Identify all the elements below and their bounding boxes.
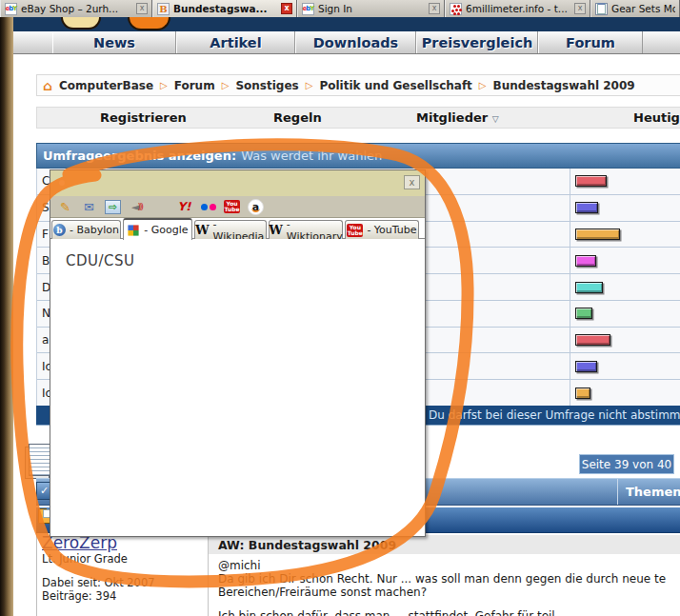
browser-tab-bundestagswahl[interactable]: B Bundestagswa... x bbox=[152, 0, 297, 17]
themen-options-label[interactable]: Themen-O bbox=[626, 485, 680, 499]
subnav-mitglieder[interactable]: Mitglieder ▽ bbox=[416, 110, 499, 125]
column-divider bbox=[570, 248, 570, 273]
poll-option-label: F bbox=[42, 228, 49, 241]
subnav-heutige[interactable]: Heutige bbox=[633, 110, 680, 125]
chevron-down-icon: ▽ bbox=[492, 114, 499, 124]
logo-fragment bbox=[128, 17, 170, 30]
tab-google[interactable]: - Google bbox=[123, 218, 192, 240]
close-icon[interactable]: x bbox=[429, 3, 440, 14]
column-divider bbox=[570, 222, 570, 248]
breadcrumb-item-forum[interactable]: Forum bbox=[174, 79, 215, 92]
google-icon[interactable] bbox=[152, 199, 169, 214]
column-divider bbox=[570, 301, 570, 327]
column-divider bbox=[570, 195, 570, 221]
chevron-right-icon: ▷ bbox=[160, 80, 168, 90]
post-author-postcount: Beiträge: 394 bbox=[42, 589, 116, 603]
home-icon[interactable]: ⌂ bbox=[43, 79, 52, 92]
babylon-popup: x ✎ ✉ ⇨ ◄))) Y! YouTube a b - Babylon - … bbox=[50, 169, 426, 537]
poll-bar bbox=[575, 387, 590, 399]
google-icon bbox=[129, 225, 139, 235]
close-icon[interactable]: x bbox=[136, 3, 148, 14]
tab-label: Sign In bbox=[318, 3, 425, 14]
subnav-registrieren[interactable]: Registrieren bbox=[100, 110, 187, 125]
popup-content: CDU/CSU bbox=[50, 239, 425, 536]
poll-bar bbox=[575, 229, 620, 240]
poll-bar bbox=[575, 202, 598, 213]
page-indicator-button[interactable]: Seite 39 von 40 bbox=[579, 454, 674, 474]
breadcrumb-item-sonstiges[interactable]: Sonstiges bbox=[235, 79, 298, 92]
envelope-icon[interactable]: ✉ bbox=[81, 199, 97, 214]
column-divider bbox=[570, 274, 570, 300]
breadcrumb-item-bundestagswahl[interactable]: Bundestagswahl 2009 bbox=[493, 79, 635, 92]
poll-bar bbox=[575, 361, 597, 372]
tab-wiktionary[interactable]: W - Wiktionary bbox=[269, 220, 343, 239]
poll-question: Was werdet ihr wählen bbox=[241, 149, 382, 163]
close-icon[interactable]: x bbox=[574, 3, 586, 14]
column-divider bbox=[570, 380, 570, 406]
nav-item-artikel[interactable]: Artikel bbox=[176, 31, 295, 53]
youtube-icon[interactable]: YouTube bbox=[224, 199, 240, 214]
looked-up-word: CDU/CSU bbox=[66, 252, 135, 269]
tab-label: Gear Sets Modul... bbox=[611, 3, 675, 14]
tab-label: eBay Shop – 2urh... bbox=[21, 3, 132, 14]
nav-item-preisvergleich[interactable]: Preisvergleich bbox=[416, 31, 538, 53]
poll-option-label: B bbox=[42, 254, 50, 268]
flickr-icon[interactable] bbox=[200, 199, 216, 214]
browser-tab-ebay-shop[interactable]: ebY eBay Shop – 2urh... x bbox=[0, 0, 152, 17]
forum-subnav: Registrieren Regeln Mitglieder ▽ Heutige bbox=[36, 107, 680, 129]
yahoo-icon[interactable]: Y! bbox=[176, 199, 192, 214]
browser-tab-gear-sets[interactable]: Gear Sets Modul... bbox=[590, 0, 680, 17]
browser-tab-6millimeter[interactable]: 6millimeter.info - t... x bbox=[445, 0, 590, 17]
popup-title-bar[interactable]: x bbox=[50, 170, 425, 197]
page-indicator-label: Seite 39 von 40 bbox=[582, 458, 671, 471]
post-body-line: @michi bbox=[218, 559, 261, 572]
ebay-icon: ebY bbox=[302, 3, 314, 15]
nav-item-forum[interactable]: Forum bbox=[538, 31, 643, 53]
popup-toolbar: ✎ ✉ ⇨ ◄))) Y! YouTube a bbox=[50, 196, 425, 218]
popup-tab-strip: b - Babylon - Google W - Wikipedia W - W… bbox=[50, 218, 425, 239]
column-divider bbox=[570, 353, 570, 379]
babylon-icon: b bbox=[53, 224, 66, 236]
wikipedia-icon: W bbox=[195, 223, 210, 237]
babylon-icon: B bbox=[157, 3, 170, 15]
poll-bar bbox=[575, 282, 603, 293]
pencil-icon[interactable]: ✎ bbox=[57, 199, 73, 214]
tab-wikipedia[interactable]: W - Wikipedia bbox=[194, 220, 267, 239]
chevron-right-icon: ▷ bbox=[222, 80, 230, 90]
browser-tab-bar: ebY eBay Shop – 2urh... x B Bundestagswa… bbox=[0, 0, 680, 17]
html-export-icon[interactable]: ⇨ bbox=[105, 200, 121, 214]
tab-label: - Babylon bbox=[70, 224, 119, 236]
tab-label: - Google bbox=[144, 224, 188, 236]
poll-option-label: a bbox=[42, 333, 49, 347]
close-icon[interactable]: x bbox=[404, 175, 420, 189]
nav-item-news[interactable]: News bbox=[52, 31, 176, 53]
tab-label: 6millimeter.info - t... bbox=[466, 3, 570, 14]
browser-tab-sign-in[interactable]: ebY Sign In x bbox=[297, 0, 445, 17]
speaker-icon[interactable]: ◄))) bbox=[129, 199, 145, 214]
dot-icon bbox=[59, 180, 65, 186]
post-body-line: Bereichen/Freiräume sonst machen? bbox=[218, 586, 427, 599]
poll-option-label: S bbox=[42, 201, 50, 214]
tab-youtube[interactable]: YouTube - YouTube bbox=[345, 220, 419, 239]
site-nav-bar: News Artikel Downloads Preisvergleich Fo… bbox=[13, 31, 680, 54]
breadcrumb-item-computerbase[interactable]: ComputerBase bbox=[59, 79, 153, 92]
site-header-strip bbox=[13, 17, 680, 31]
post-title: AW: Bundestagswahl 2009 bbox=[218, 538, 396, 552]
poll-header-title[interactable]: Umfrageergebnis anzeigen: bbox=[43, 149, 236, 163]
bar-divider bbox=[617, 479, 618, 505]
dots-icon bbox=[450, 3, 462, 15]
breadcrumb-item-politik[interactable]: Politik und Gesellschaft bbox=[319, 79, 471, 92]
subnav-label: Mitglieder bbox=[416, 110, 488, 125]
subnav-regeln[interactable]: Regeln bbox=[273, 110, 322, 125]
nav-item-downloads[interactable]: Downloads bbox=[295, 31, 416, 53]
forum-post: ZeroZerp Lt. Junior Grade Dabei seit: Ok… bbox=[36, 533, 680, 616]
close-icon[interactable]: x bbox=[281, 3, 292, 14]
wiktionary-icon: W bbox=[269, 223, 283, 237]
column-divider bbox=[570, 328, 570, 353]
page-left-margin bbox=[0, 17, 13, 616]
tab-babylon[interactable]: b - Babylon bbox=[51, 220, 121, 239]
tab-label: - YouTube bbox=[367, 224, 416, 236]
post-author-rank: Lt. Junior Grade bbox=[42, 552, 128, 566]
poll-header-bar: Umfrageergebnis anzeigen: Was werdet ihr… bbox=[36, 143, 680, 169]
amazon-icon[interactable]: a bbox=[248, 199, 264, 215]
